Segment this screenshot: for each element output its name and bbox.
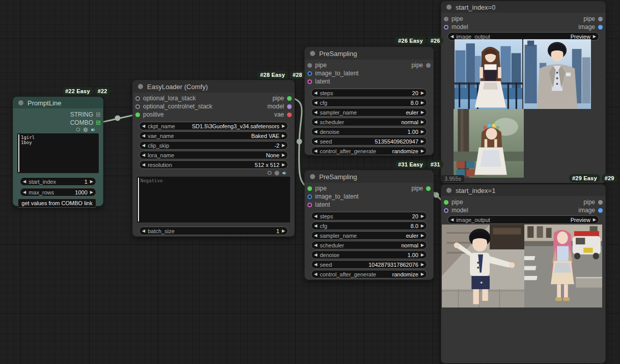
collapse-dot[interactable]: [18, 100, 23, 105]
output-slot-pipe[interactable]: [598, 17, 603, 21]
widget-image-output[interactable]: ◀ image_output Preview ▶: [447, 215, 599, 224]
node-presampling-26[interactable]: PreSampling pipe pipe image_to_latent la…: [304, 47, 434, 155]
widget-steps[interactable]: ◀steps20▶: [311, 212, 427, 220]
input-slot-image-to-latent[interactable]: [307, 71, 312, 76]
widget-sampler-name[interactable]: ◀sampler_nameeuler▶: [311, 231, 427, 240]
widget-resolution[interactable]: ◀ resolution 512 x 512 ▶: [139, 160, 288, 169]
decrement-arrow[interactable]: ◀: [312, 232, 320, 239]
preview-image-boy-street[interactable]: [442, 225, 524, 307]
input-slot-pipe[interactable]: [444, 17, 448, 21]
decrement-arrow[interactable]: ◀: [312, 89, 320, 97]
decrement-arrow[interactable]: ◀: [20, 188, 29, 196]
decrement-arrow[interactable]: ◀: [448, 216, 456, 223]
output-slot-vae[interactable]: [287, 113, 292, 117]
input-slot-model[interactable]: [444, 208, 448, 213]
node-titlebar[interactable]: PromptLine: [13, 97, 103, 108]
gear-icon[interactable]: [83, 127, 88, 132]
increment-arrow[interactable]: ▶: [88, 188, 96, 196]
decrement-arrow[interactable]: ◀: [312, 241, 320, 249]
widget-start-index[interactable]: ◀ start_index 1 ▶: [20, 177, 96, 186]
widget-max-rows[interactable]: ◀ max_rows 1000 ▶: [20, 188, 96, 197]
prompt-textarea[interactable]: 1girl 1boy: [17, 133, 99, 173]
widget-denoise[interactable]: ◀denoise1.00▶: [311, 127, 427, 136]
decrement-arrow[interactable]: ◀: [312, 147, 320, 155]
widget-sampler-name[interactable]: ◀sampler_nameeuler▶: [311, 108, 427, 117]
increment-arrow[interactable]: ▶: [418, 128, 427, 135]
increment-arrow[interactable]: ▶: [418, 147, 427, 155]
output-slot-pipe[interactable]: [598, 200, 603, 205]
node-presampling-31[interactable]: PreSampling pipe pipe image_to_latent la…: [304, 170, 434, 280]
combo-grid-slot[interactable]: [96, 121, 100, 125]
decrement-arrow[interactable]: ◀: [139, 227, 148, 235]
node-preview-start-index-0[interactable]: start_index=0 pipe pipe model image ◀ im…: [441, 1, 606, 183]
decrement-arrow[interactable]: ◀: [312, 118, 320, 126]
input-slot-pipe[interactable]: [307, 63, 312, 68]
increment-arrow[interactable]: ▶: [418, 118, 427, 126]
node-titlebar[interactable]: start_index=0: [441, 2, 605, 13]
increment-arrow[interactable]: ▶: [418, 241, 427, 249]
negative-prompt-textarea[interactable]: Negative: [137, 177, 290, 222]
input-slot-image-to-latent[interactable]: [307, 194, 312, 199]
decrement-arrow[interactable]: ◀: [139, 161, 148, 169]
decrement-arrow[interactable]: ◀: [312, 128, 320, 135]
gear-icon[interactable]: [274, 171, 279, 176]
collapse-dot[interactable]: [310, 174, 315, 179]
increment-arrow[interactable]: ▶: [418, 261, 427, 268]
increment-arrow[interactable]: ▶: [279, 227, 288, 235]
increment-arrow[interactable]: ▶: [279, 132, 288, 139]
widget-seed[interactable]: ◀seed51355409620947▶: [311, 137, 427, 146]
increment-arrow[interactable]: ▶: [418, 99, 427, 106]
decrement-arrow[interactable]: ◀: [312, 222, 320, 230]
decrement-arrow[interactable]: ◀: [139, 122, 148, 130]
input-slot-positive[interactable]: [135, 113, 140, 117]
input-slot-latent[interactable]: [307, 203, 312, 207]
widget-scheduler[interactable]: ◀schedulernormal▶: [311, 241, 427, 249]
widget-vae-name[interactable]: ◀ vae_name Baked VAE ▶: [139, 131, 288, 140]
collapse-dot[interactable]: [310, 51, 315, 56]
increment-arrow[interactable]: ▶: [418, 251, 427, 259]
output-slot-pipe[interactable]: [287, 96, 292, 101]
widget-scheduler[interactable]: ◀schedulernormal▶: [311, 118, 427, 126]
increment-arrow[interactable]: ▶: [418, 270, 427, 278]
increment-arrow[interactable]: ▶: [279, 142, 288, 149]
node-easyloader[interactable]: EasyLoader (Comfy) optional_lora_stack p…: [132, 80, 295, 237]
widget-cfg[interactable]: ◀cfg8.0▶: [311, 221, 427, 230]
node-preview-start-index-1[interactable]: start_index=1 pipe pipe model image ◀ im…: [441, 184, 606, 363]
decrement-arrow[interactable]: ◀: [139, 142, 148, 149]
decrement-arrow[interactable]: ◀: [312, 108, 320, 116]
node-titlebar[interactable]: start_index=1: [441, 185, 605, 196]
circle-toggle-icon[interactable]: [76, 127, 80, 132]
input-slot-model[interactable]: [444, 25, 448, 30]
node-titlebar[interactable]: PreSampling: [305, 171, 433, 183]
input-slot-latent[interactable]: [307, 79, 312, 84]
preview-image-boy-suit-cityscape[interactable]: [523, 39, 591, 109]
decrement-arrow[interactable]: ◀: [312, 270, 320, 278]
get-values-button[interactable]: get values from COMBO link: [18, 199, 96, 208]
preview-image-girl-maid-cityscape[interactable]: [455, 39, 522, 109]
increment-arrow[interactable]: ▶: [418, 222, 427, 230]
input-slot-lora-stack[interactable]: [135, 96, 140, 101]
speaker-icon[interactable]: [91, 127, 96, 132]
collapse-dot[interactable]: [138, 84, 143, 89]
widget-denoise[interactable]: ◀denoise1.00▶: [311, 250, 427, 259]
string-grid-slot[interactable]: [96, 113, 100, 117]
increment-arrow[interactable]: ▶: [418, 89, 427, 97]
node-graph-canvas[interactable]: #22 Easy #22 #28 Easy #28 #26 Easy #26 #…: [0, 0, 620, 364]
decrement-arrow[interactable]: ◀: [312, 212, 320, 220]
widget-clip-skip[interactable]: ◀ clip_skip -2 ▶: [139, 141, 288, 150]
node-titlebar[interactable]: EasyLoader (Comfy): [133, 80, 294, 93]
input-slot-pipe[interactable]: [307, 186, 312, 191]
collapse-dot[interactable]: [446, 5, 452, 10]
output-slot-model[interactable]: [287, 104, 292, 109]
circle-toggle-icon[interactable]: [267, 171, 272, 175]
decrement-arrow[interactable]: ◀: [312, 137, 320, 145]
node-promptline[interactable]: PromptLine STRING COMBO 1girl 1boy: [13, 97, 103, 206]
widget-lora-name[interactable]: ◀ lora_name None ▶: [139, 151, 288, 159]
increment-arrow[interactable]: ▶: [279, 161, 288, 169]
decrement-arrow[interactable]: ◀: [139, 132, 148, 139]
increment-arrow[interactable]: ▶: [590, 33, 599, 40]
decrement-arrow[interactable]: ◀: [139, 151, 148, 159]
increment-arrow[interactable]: ▶: [590, 216, 599, 223]
output-slot-image[interactable]: [598, 208, 603, 213]
widget-control-after-generate[interactable]: ◀control_after_generaterandomize▶: [311, 270, 427, 278]
